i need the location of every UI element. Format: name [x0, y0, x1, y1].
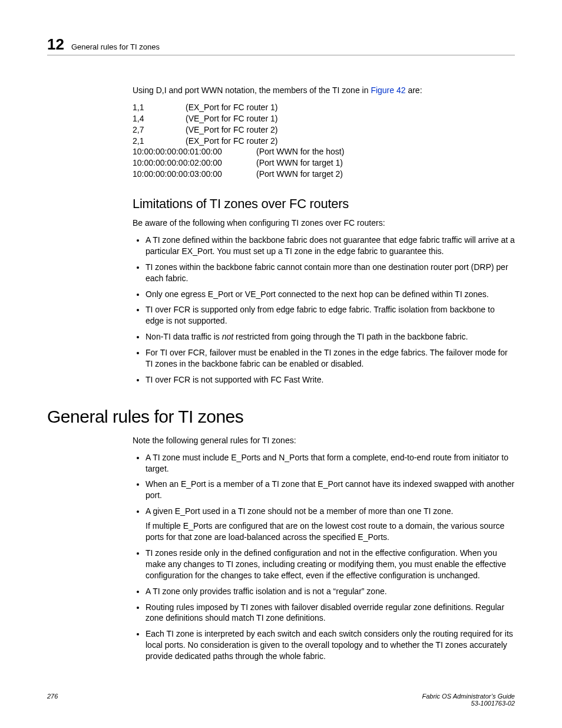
list-item: Non-TI data traffic is not restricted fr… [146, 331, 515, 342]
doc-id: 53-1001763-02 [471, 700, 515, 707]
general-list: A TI zone must include E_Ports and N_Por… [133, 452, 515, 662]
list-item: A TI zone defined within the backbone fa… [146, 235, 515, 257]
page-footer: 276 Fabric OS Administrator’s Guide 53-1… [47, 693, 515, 707]
running-header: 12 General rules for TI zones [47, 35, 515, 55]
list-item: Routing rules imposed by TI zones with f… [146, 602, 515, 624]
text-post: restricted from going through the TI pat… [233, 332, 468, 341]
wwn-row: 10:00:00:00:00:03:00:00(Port WWN for tar… [133, 169, 515, 180]
di-value: 1,1 [133, 102, 186, 113]
intro-text-pre: Using D,I and port WWN notation, the mem… [133, 85, 371, 95]
chapter-number: 12 [47, 35, 64, 54]
list-item: A TI zone only provides traffic isolatio… [146, 586, 515, 597]
page: 12 General rules for TI zones Using D,I … [0, 0, 562, 728]
list-item: TI zones reside only in the defined conf… [146, 548, 515, 581]
wwn-row: 10:00:00:00:00:02:00:00(Port WWN for tar… [133, 157, 515, 169]
di-notation-list: 1,1(EX_Port for FC router 1) 1,4(VE_Port… [133, 102, 515, 180]
intro-paragraph: Using D,I and port WWN notation, the mem… [133, 85, 515, 96]
page-number: 276 [47, 693, 58, 707]
di-row: 2,7(VE_Port for FC router 2) [133, 124, 515, 136]
figure-ref-link[interactable]: Figure 42 [371, 85, 405, 95]
wwn-row: 10:00:00:00:00:01:00:00(Port WWN for the… [133, 146, 515, 157]
wwn-desc: (Port WWN for the host) [256, 146, 515, 157]
running-title: General rules for TI zones [71, 42, 160, 51]
di-desc: (EX_Port for FC router 2) [186, 136, 515, 147]
list-item: TI zones within the backbone fabric cann… [146, 262, 515, 284]
limitations-list: A TI zone defined within the backbone fa… [133, 235, 515, 386]
di-row: 2,1(EX_Port for FC router 2) [133, 136, 515, 147]
list-item: Only one egress E_Port or VE_Port connec… [146, 289, 515, 300]
di-value: 1,4 [133, 113, 186, 124]
di-value: 2,7 [133, 124, 186, 136]
general-lead: Note the following general rules for TI … [133, 435, 515, 446]
text-pre: Non-TI data traffic is [146, 332, 222, 341]
eport-sub: If multiple E_Ports are configured that … [146, 521, 515, 543]
wwn-value: 10:00:00:00:00:02:00:00 [133, 157, 256, 169]
list-item: TI over FCR is not supported with FC Fas… [146, 374, 515, 386]
di-desc: (EX_Port for FC router 1) [186, 102, 515, 113]
body: Using D,I and port WWN notation, the mem… [133, 85, 515, 386]
doc-title: Fabric OS Administrator’s Guide [422, 693, 515, 700]
limitations-heading: Limitations of TI zones over FC routers [133, 196, 515, 212]
general-rules-heading: General rules for TI zones [47, 407, 515, 427]
wwn-value: 10:00:00:00:00:03:00:00 [133, 169, 256, 180]
emphasis-not: not [222, 332, 233, 341]
wwn-value: 10:00:00:00:00:01:00:00 [133, 146, 256, 157]
wwn-desc: (Port WWN for target 2) [256, 169, 515, 180]
list-item: Each TI zone is interpreted by each swit… [146, 628, 515, 662]
footer-right: Fabric OS Administrator’s Guide 53-10017… [422, 693, 515, 707]
general-body: Note the following general rules for TI … [133, 435, 515, 662]
wwn-desc: (Port WWN for target 1) [256, 157, 515, 169]
list-item: For TI over FCR, failover must be enable… [146, 347, 515, 370]
list-item: A given E_Port used in a TI zone should … [146, 506, 515, 543]
di-value: 2,1 [133, 136, 186, 147]
list-item: TI over FCR is supported only from edge … [146, 304, 515, 327]
limitations-lead: Be aware of the following when configuri… [133, 218, 515, 229]
intro-text-post: are: [406, 85, 422, 95]
di-desc: (VE_Port for FC router 1) [186, 113, 515, 124]
di-desc: (VE_Port for FC router 2) [186, 124, 515, 136]
di-row: 1,4(VE_Port for FC router 1) [133, 113, 515, 124]
di-row: 1,1(EX_Port for FC router 1) [133, 102, 515, 113]
list-item: When an E_Port is a member of a TI zone … [146, 479, 515, 501]
eport-main: A given E_Port used in a TI zone should … [146, 506, 453, 516]
list-item: A TI zone must include E_Ports and N_Por… [146, 452, 515, 475]
